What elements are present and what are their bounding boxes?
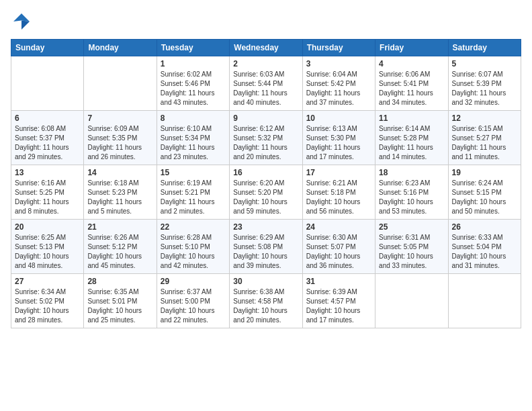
day-cell: 17Sunrise: 6:21 AMSunset: 5:18 PMDayligh… xyxy=(302,165,375,220)
day-cell: 30Sunrise: 6:38 AMSunset: 4:58 PMDayligh… xyxy=(230,274,302,328)
day-info: Sunrise: 6:18 AMSunset: 5:23 PMDaylight:… xyxy=(87,179,152,216)
day-info: Sunrise: 6:26 AMSunset: 5:12 PMDaylight:… xyxy=(87,233,152,271)
day-info: Sunrise: 6:12 AMSunset: 5:32 PMDaylight:… xyxy=(233,124,298,162)
day-info: Sunrise: 6:02 AMSunset: 5:46 PMDaylight:… xyxy=(161,70,226,107)
day-cell: 25Sunrise: 6:31 AMSunset: 5:05 PMDayligh… xyxy=(375,220,448,274)
day-cell: 6Sunrise: 6:08 AMSunset: 5:37 PMDaylight… xyxy=(11,111,84,165)
day-number: 17 xyxy=(306,168,371,177)
day-cell: 23Sunrise: 6:29 AMSunset: 5:08 PMDayligh… xyxy=(230,220,302,274)
day-number: 13 xyxy=(15,168,80,177)
day-number: 10 xyxy=(306,113,371,123)
day-cell: 15Sunrise: 6:19 AMSunset: 5:21 PMDayligh… xyxy=(157,165,229,220)
day-number: 6 xyxy=(15,113,80,123)
day-cell: 29Sunrise: 6:37 AMSunset: 5:00 PMDayligh… xyxy=(157,274,229,328)
svg-marker-1 xyxy=(21,20,30,30)
day-info: Sunrise: 6:04 AMSunset: 5:42 PMDaylight:… xyxy=(306,70,371,107)
day-info: Sunrise: 6:14 AMSunset: 5:28 PMDaylight:… xyxy=(379,124,444,162)
day-cell: 7Sunrise: 6:09 AMSunset: 5:35 PMDaylight… xyxy=(84,111,157,165)
week-row-5: 27Sunrise: 6:34 AMSunset: 5:02 PMDayligh… xyxy=(11,274,521,328)
day-info: Sunrise: 6:19 AMSunset: 5:21 PMDaylight:… xyxy=(161,179,226,216)
day-info: Sunrise: 6:28 AMSunset: 5:10 PMDaylight:… xyxy=(161,233,226,271)
day-info: Sunrise: 6:34 AMSunset: 5:02 PMDaylight:… xyxy=(15,287,80,325)
day-cell: 1Sunrise: 6:02 AMSunset: 5:46 PMDaylight… xyxy=(157,56,229,111)
day-number: 11 xyxy=(379,113,444,123)
day-cell xyxy=(11,56,84,111)
day-cell: 28Sunrise: 6:35 AMSunset: 5:01 PMDayligh… xyxy=(84,274,157,328)
day-cell xyxy=(84,56,157,111)
day-number: 30 xyxy=(233,277,298,286)
week-row-1: 1Sunrise: 6:02 AMSunset: 5:46 PMDaylight… xyxy=(11,56,521,111)
svg-marker-0 xyxy=(13,13,30,21)
day-number: 12 xyxy=(452,113,517,123)
day-info: Sunrise: 6:37 AMSunset: 5:00 PMDaylight:… xyxy=(161,287,226,325)
day-cell: 3Sunrise: 6:04 AMSunset: 5:42 PMDaylight… xyxy=(302,56,375,111)
calendar-body: 1Sunrise: 6:02 AMSunset: 5:46 PMDaylight… xyxy=(11,56,521,328)
day-cell: 8Sunrise: 6:10 AMSunset: 5:34 PMDaylight… xyxy=(157,111,229,165)
day-number: 27 xyxy=(15,277,80,286)
day-number: 15 xyxy=(161,168,226,177)
day-cell xyxy=(375,274,448,328)
day-number: 2 xyxy=(233,59,298,68)
day-number: 22 xyxy=(161,222,226,232)
week-row-4: 20Sunrise: 6:25 AMSunset: 5:13 PMDayligh… xyxy=(11,220,521,274)
day-number: 28 xyxy=(87,277,152,286)
day-info: Sunrise: 6:08 AMSunset: 5:37 PMDaylight:… xyxy=(15,124,80,162)
day-number: 20 xyxy=(15,222,80,232)
week-row-2: 6Sunrise: 6:08 AMSunset: 5:37 PMDaylight… xyxy=(11,111,521,165)
day-cell: 27Sunrise: 6:34 AMSunset: 5:02 PMDayligh… xyxy=(11,274,84,328)
day-number: 18 xyxy=(379,168,444,177)
header-row: SundayMondayTuesdayWednesdayThursdayFrid… xyxy=(11,40,521,56)
day-number: 9 xyxy=(233,113,298,123)
week-row-3: 13Sunrise: 6:16 AMSunset: 5:25 PMDayligh… xyxy=(11,165,521,220)
day-info: Sunrise: 6:21 AMSunset: 5:18 PMDaylight:… xyxy=(306,179,371,216)
day-number: 26 xyxy=(452,222,517,232)
day-info: Sunrise: 6:24 AMSunset: 5:15 PMDaylight:… xyxy=(452,179,517,216)
day-info: Sunrise: 6:20 AMSunset: 5:20 PMDaylight:… xyxy=(233,179,298,216)
day-number: 24 xyxy=(306,222,371,232)
day-cell: 16Sunrise: 6:20 AMSunset: 5:20 PMDayligh… xyxy=(230,165,302,220)
day-cell xyxy=(448,274,521,328)
day-info: Sunrise: 6:06 AMSunset: 5:41 PMDaylight:… xyxy=(379,70,444,107)
day-cell: 4Sunrise: 6:06 AMSunset: 5:41 PMDaylight… xyxy=(375,56,448,111)
day-number: 19 xyxy=(452,168,517,177)
day-number: 16 xyxy=(233,168,298,177)
day-cell: 5Sunrise: 6:07 AMSunset: 5:39 PMDaylight… xyxy=(448,56,521,111)
day-cell: 11Sunrise: 6:14 AMSunset: 5:28 PMDayligh… xyxy=(375,111,448,165)
header-cell-thursday: Thursday xyxy=(302,40,375,56)
day-cell: 13Sunrise: 6:16 AMSunset: 5:25 PMDayligh… xyxy=(11,165,84,220)
day-cell: 26Sunrise: 6:33 AMSunset: 5:04 PMDayligh… xyxy=(448,220,521,274)
day-number: 4 xyxy=(379,59,444,68)
header-cell-wednesday: Wednesday xyxy=(230,40,302,56)
day-cell: 19Sunrise: 6:24 AMSunset: 5:15 PMDayligh… xyxy=(448,165,521,220)
header-cell-sunday: Sunday xyxy=(11,40,84,56)
day-number: 5 xyxy=(452,59,517,68)
day-number: 23 xyxy=(233,222,298,232)
day-cell: 14Sunrise: 6:18 AMSunset: 5:23 PMDayligh… xyxy=(84,165,157,220)
day-cell: 22Sunrise: 6:28 AMSunset: 5:10 PMDayligh… xyxy=(157,220,229,274)
day-info: Sunrise: 6:38 AMSunset: 4:58 PMDaylight:… xyxy=(233,287,298,325)
day-info: Sunrise: 6:30 AMSunset: 5:07 PMDaylight:… xyxy=(306,233,371,271)
header-cell-monday: Monday xyxy=(84,40,157,56)
day-number: 8 xyxy=(161,113,226,123)
day-number: 1 xyxy=(161,59,226,68)
day-info: Sunrise: 6:25 AMSunset: 5:13 PMDaylight:… xyxy=(15,233,80,271)
day-info: Sunrise: 6:03 AMSunset: 5:44 PMDaylight:… xyxy=(233,70,298,107)
day-number: 29 xyxy=(161,277,226,286)
day-info: Sunrise: 6:31 AMSunset: 5:05 PMDaylight:… xyxy=(379,233,444,271)
page-header xyxy=(11,11,521,32)
day-number: 14 xyxy=(87,168,152,177)
day-cell: 24Sunrise: 6:30 AMSunset: 5:07 PMDayligh… xyxy=(302,220,375,274)
day-cell: 18Sunrise: 6:23 AMSunset: 5:16 PMDayligh… xyxy=(375,165,448,220)
day-info: Sunrise: 6:29 AMSunset: 5:08 PMDaylight:… xyxy=(233,233,298,271)
day-info: Sunrise: 6:33 AMSunset: 5:04 PMDaylight:… xyxy=(452,233,517,271)
day-cell: 12Sunrise: 6:15 AMSunset: 5:27 PMDayligh… xyxy=(448,111,521,165)
calendar-table: SundayMondayTuesdayWednesdayThursdayFrid… xyxy=(11,39,521,328)
logo xyxy=(11,11,35,32)
day-info: Sunrise: 6:23 AMSunset: 5:16 PMDaylight:… xyxy=(379,179,444,216)
day-info: Sunrise: 6:16 AMSunset: 5:25 PMDaylight:… xyxy=(15,179,80,216)
day-info: Sunrise: 6:35 AMSunset: 5:01 PMDaylight:… xyxy=(87,287,152,325)
header-cell-saturday: Saturday xyxy=(448,40,521,56)
day-info: Sunrise: 6:07 AMSunset: 5:39 PMDaylight:… xyxy=(452,70,517,107)
day-cell: 2Sunrise: 6:03 AMSunset: 5:44 PMDaylight… xyxy=(230,56,302,111)
day-cell: 9Sunrise: 6:12 AMSunset: 5:32 PMDaylight… xyxy=(230,111,302,165)
